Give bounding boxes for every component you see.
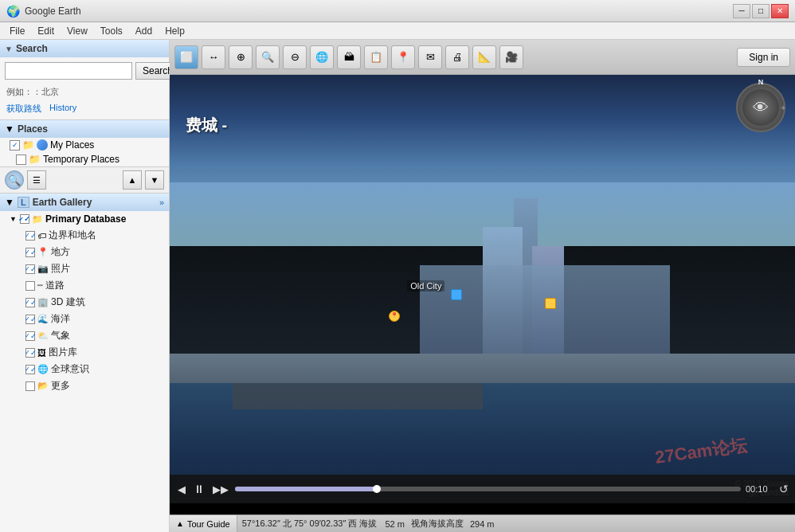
gallery-header[interactable]: ▼ L Earth Gallery » — [0, 194, 169, 211]
gallery-layer-label: 图片库 — [49, 346, 77, 359]
photos-icon: 📷 — [37, 264, 49, 274]
search-section: ▼ Search Search 例如：：北京 获取路线 History — [0, 40, 169, 120]
prev-button[interactable]: ◀ — [176, 482, 187, 497]
places-section: ▼ Places ✓ 📁 My Places 📁 Temporary Place… — [0, 120, 169, 167]
search-map-button[interactable]: 🔍 — [256, 45, 280, 69]
gallery-checkbox[interactable]: ✓ — [25, 348, 35, 358]
primary-database-header[interactable]: ▼ ✓ 📁 Primary Database — [0, 211, 169, 227]
signin-button[interactable]: Sign in — [737, 48, 790, 67]
zoom-remove-button[interactable]: ⊖ — [283, 45, 307, 69]
navigate-button[interactable]: ↔ — [202, 45, 225, 69]
globe-button[interactable]: 🌐 — [310, 45, 334, 69]
pause-button[interactable]: ⏸ — [192, 481, 206, 497]
search-links: 获取路线 History — [0, 101, 169, 119]
menu-file[interactable]: File — [3, 24, 31, 38]
layer-more[interactable]: 📂 更多 — [0, 377, 169, 394]
map-view[interactable]: 费城 - 📍 Old City © 2013 Google ge Landsat… — [170, 75, 795, 503]
directions-link[interactable]: 获取路线 — [6, 103, 41, 115]
search-header[interactable]: ▼ Search — [0, 40, 169, 57]
menu-help[interactable]: Help — [159, 24, 191, 38]
app-title: Google Earth — [25, 6, 733, 17]
menu-tools[interactable]: Tools — [94, 24, 129, 38]
layer-3d-buildings[interactable]: ✓ 🏢 3D 建筑 — [0, 294, 169, 311]
layer-global-awareness[interactable]: ✓ 🌐 全球意识 — [0, 361, 169, 377]
minimize-button[interactable]: ─ — [733, 4, 750, 18]
places-layer-checkbox[interactable]: ✓ — [25, 248, 35, 257]
nav-compass[interactable]: 👁 N + — [736, 83, 785, 132]
layer-gallery[interactable]: ✓ 🖼 图片库 — [0, 344, 169, 361]
3d-buildings-label: 3D 建筑 — [51, 295, 85, 309]
my-places-checkbox[interactable]: ✓ — [10, 140, 20, 151]
view-3d-button[interactable]: ⬜ — [174, 45, 198, 69]
bridge-structure — [233, 383, 483, 409]
temp-places-checkbox[interactable] — [16, 155, 26, 165]
more-checkbox[interactable] — [25, 381, 35, 391]
clipboard-button[interactable]: 📋 — [364, 45, 388, 69]
borders-checkbox[interactable]: ✓ — [25, 231, 35, 241]
up-button[interactable]: ▲ — [123, 170, 142, 190]
3d-buildings-icon: 🏢 — [37, 297, 49, 307]
measure-button[interactable]: 📐 — [472, 45, 496, 69]
layer-photos[interactable]: ✓ 📷 照片 — [0, 260, 169, 277]
primary-database-label: Primary Database — [45, 213, 126, 225]
tour-guide-button[interactable]: ▲ Tour Guide — [170, 515, 237, 532]
layer-places[interactable]: ✓ 📍 地方 — [0, 244, 169, 260]
layer-roads[interactable]: ━ 道路 — [0, 277, 169, 294]
map-area[interactable]: ⬜ ↔ ⊕ 🔍 ⊖ 🌐 🏔 📋 📍 ✉ 🖨 📐 🎥 Sign in — [170, 40, 795, 532]
gallery-title: Earth Gallery — [33, 197, 159, 208]
refresh-icon[interactable]: ↺ — [779, 483, 789, 495]
zoom-add-button[interactable]: ⊕ — [229, 45, 253, 69]
status-coords: 57°16.32″ 北 75° 09′02.33″ 西 海拔 — [237, 518, 382, 530]
search-input-row: Search — [0, 57, 169, 84]
global-awareness-checkbox[interactable]: ✓ — [25, 365, 35, 374]
email-button[interactable]: ✉ — [418, 45, 442, 69]
gallery-l-badge: L — [18, 197, 29, 208]
layer-weather[interactable]: ✓ ⛅ 气象 — [0, 327, 169, 344]
print-button[interactable]: 🖨 — [445, 45, 469, 69]
weather-checkbox[interactable]: ✓ — [25, 331, 35, 341]
menu-edit[interactable]: Edit — [31, 24, 61, 38]
menubar: File Edit View Tools Add Help — [0, 22, 795, 40]
gallery-section: ▼ L Earth Gallery » ▼ ✓ 📁 Primary Databa… — [0, 194, 169, 532]
ocean-checkbox[interactable]: ✓ — [25, 315, 35, 324]
layer-list: ✓ 🏷 边界和地名 ✓ 📍 地方 ✓ 📷 照片 — [0, 227, 169, 394]
progress-bar[interactable] — [235, 487, 741, 491]
gallery-arrows-icon: » — [159, 198, 164, 207]
roads-checkbox[interactable] — [25, 281, 35, 291]
primary-db-checkbox[interactable]: ✓ — [20, 214, 29, 224]
places-header[interactable]: ▼ Places — [0, 120, 169, 138]
terrain-button[interactable]: 🏔 — [337, 45, 361, 69]
temporary-places-label: Temporary Places — [43, 154, 119, 165]
search-title: Search — [16, 43, 48, 54]
borders-label: 边界和地名 — [49, 229, 96, 242]
my-places-item[interactable]: ✓ 📁 My Places — [0, 138, 169, 152]
layer-ocean[interactable]: ✓ 🌊 海洋 — [0, 311, 169, 327]
temp-places-folder-icon: 📁 — [29, 154, 41, 165]
menu-view[interactable]: View — [61, 24, 94, 38]
magnify-button[interactable]: 🔍 — [5, 170, 24, 190]
down-button[interactable]: ▼ — [145, 170, 164, 190]
places-layer-icon: 📍 — [37, 247, 49, 257]
next-button[interactable]: ▶▶ — [211, 482, 230, 497]
status-elevation: 52 m — [382, 519, 407, 529]
map-toolbar: ⬜ ↔ ⊕ 🔍 ⊖ 🌐 🏔 📋 📍 ✉ 🖨 📐 🎥 Sign in — [170, 40, 795, 75]
record-button[interactable]: 🎥 — [499, 45, 523, 69]
maximize-button[interactable]: □ — [752, 4, 770, 18]
close-button[interactable]: ✕ — [771, 4, 789, 18]
global-awareness-label: 全球意识 — [51, 362, 89, 376]
3d-buildings-checkbox[interactable]: ✓ — [25, 298, 35, 307]
history-link[interactable]: History — [49, 103, 76, 115]
photos-checkbox[interactable]: ✓ — [25, 264, 35, 274]
menu-add[interactable]: Add — [129, 24, 159, 38]
layer-borders[interactable]: ✓ 🏷 边界和地名 — [0, 227, 169, 244]
progress-thumb — [373, 485, 381, 493]
titlebar: 🌍 Google Earth ─ □ ✕ — [0, 0, 795, 22]
gallery-triangle-icon: ▼ — [5, 197, 14, 208]
gallery-icon: 🖼 — [37, 348, 46, 358]
pin-button[interactable]: 📍 — [391, 45, 415, 69]
temporary-places-item[interactable]: 📁 Temporary Places — [0, 152, 169, 166]
status-view-value: 294 m — [467, 519, 498, 529]
layers-button[interactable]: ☰ — [27, 170, 46, 190]
time-display: 00:10 — [746, 484, 774, 494]
search-input[interactable] — [5, 62, 132, 80]
